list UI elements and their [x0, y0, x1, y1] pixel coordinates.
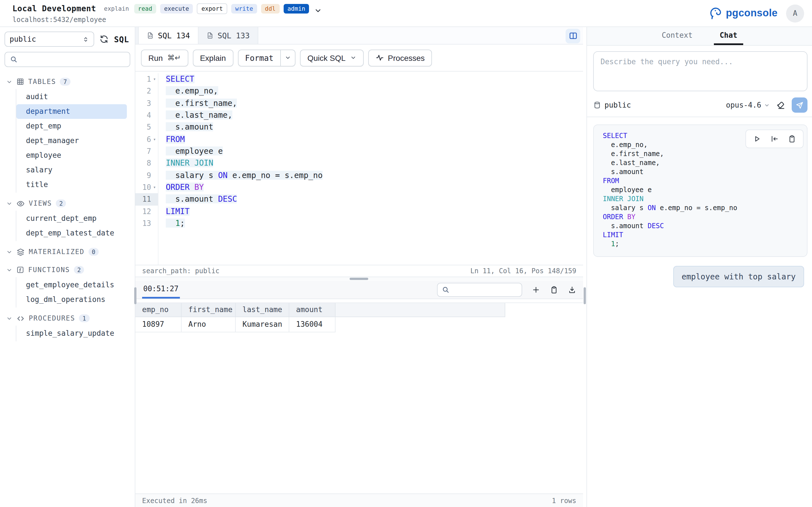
- permission-badge-ddl[interactable]: ddl: [261, 4, 280, 13]
- permission-badge-explain[interactable]: explain: [103, 4, 130, 13]
- permission-badge-execute[interactable]: execute: [160, 4, 193, 13]
- sidebar-item-dept_emp[interactable]: dept_emp: [16, 119, 127, 133]
- column-header-amount[interactable]: amount: [289, 303, 336, 317]
- results-splitter[interactable]: [135, 277, 583, 281]
- connection-subtitle: localhost:5432/employee: [12, 15, 322, 23]
- permission-badge-read[interactable]: read: [134, 4, 156, 13]
- editor-code[interactable]: SELECT e.emp_no, e.first_name, e.last_na…: [158, 73, 583, 265]
- sidebar: public SQL TABLES 7 au: [0, 27, 135, 507]
- add-result-tab-button[interactable]: [532, 285, 540, 294]
- permission-badge-export[interactable]: export: [197, 3, 227, 14]
- sidebar-item-employee[interactable]: employee: [16, 148, 127, 163]
- run-button[interactable]: Run ⌘↵: [141, 49, 188, 66]
- fold-caret-icon[interactable]: ▾: [151, 76, 158, 82]
- sidebar-item-dept_emp_latest_date[interactable]: dept_emp_latest_date: [16, 226, 127, 240]
- user-message-bubble: employee with top salary: [673, 266, 804, 287]
- sql-mode-label[interactable]: SQL: [114, 35, 130, 44]
- row-count: 1 rows: [552, 497, 576, 504]
- sql-line: s.amount: [166, 121, 583, 133]
- sidebar-item-current_dept_emp[interactable]: current_dept_emp: [16, 211, 127, 226]
- results-search-input[interactable]: [437, 283, 522, 297]
- refresh-icon[interactable]: [99, 34, 109, 44]
- run-sql-icon[interactable]: [753, 135, 761, 143]
- tree-section-header-tables[interactable]: TABLES 7: [4, 74, 135, 89]
- editor-tab-sql-133[interactable]: SQL 133: [199, 27, 258, 44]
- sidebar-item-simple_salary_update[interactable]: simple_salary_update: [16, 326, 127, 341]
- model-selector[interactable]: opus-4.6: [726, 101, 770, 109]
- column-header-first_name[interactable]: first_name: [182, 303, 236, 317]
- line-number: 2: [135, 86, 158, 98]
- tree-section-materialized: MATERIALIZED 0: [4, 244, 135, 259]
- sidebar-item-log_dml_operations[interactable]: log_dml_operations: [16, 292, 127, 307]
- chat-panel-splitter[interactable]: [583, 27, 587, 507]
- line-number: 12: [135, 205, 158, 217]
- section-label: PROCEDURES: [29, 314, 75, 322]
- explain-button[interactable]: Explain: [193, 49, 233, 66]
- tree-section-header-materialized[interactable]: MATERIALIZED 0: [4, 244, 135, 259]
- sidebar-item-salary[interactable]: salary: [16, 163, 127, 177]
- table-cell: Kumaresan: [236, 317, 289, 332]
- tree-section-header-procedures[interactable]: PROCEDURES 1: [4, 311, 135, 326]
- permission-badge-admin[interactable]: admin: [283, 4, 309, 13]
- splitter-drag-handle[interactable]: [350, 278, 368, 280]
- editor-gutter: 1▾23456▾78910▾111213: [135, 73, 158, 265]
- copy-sql-icon[interactable]: [788, 135, 796, 143]
- line-number: 13: [135, 217, 158, 230]
- results-timer-tab[interactable]: 00:51:27: [142, 281, 180, 298]
- download-results-icon[interactable]: [568, 285, 576, 294]
- sidebar-item-department[interactable]: department: [16, 104, 127, 119]
- section-count-badge: 0: [88, 248, 99, 256]
- splitter-drag-handle[interactable]: [583, 287, 586, 304]
- tab-context[interactable]: Context: [656, 27, 698, 45]
- tree-section-header-functions[interactable]: FUNCTIONS 2: [4, 263, 135, 277]
- chat-controls: public opus-4.6: [587, 94, 812, 117]
- connection-title: Local Development: [12, 4, 96, 13]
- format-button[interactable]: Format: [238, 49, 296, 66]
- chevron-down-icon[interactable]: [314, 7, 322, 15]
- table-cell: Arno: [182, 317, 236, 332]
- tree-section-header-views[interactable]: VIEWS 2: [4, 196, 135, 211]
- copy-results-icon[interactable]: [550, 285, 558, 294]
- sql-line: FROM: [166, 133, 583, 145]
- avatar[interactable]: A: [786, 4, 804, 22]
- sql-line: e.last_name,: [166, 109, 583, 121]
- clear-chat-icon[interactable]: [776, 100, 785, 110]
- section-label: TABLES: [28, 78, 56, 86]
- chat-input[interactable]: [593, 51, 808, 91]
- send-button[interactable]: [792, 98, 808, 113]
- tab-chat[interactable]: Chat: [714, 27, 743, 45]
- sidebar-item-title[interactable]: title: [16, 177, 127, 192]
- file-code-icon: [147, 32, 154, 40]
- sidebar-resize-handle[interactable]: [134, 287, 137, 304]
- sidebar-item-audit[interactable]: audit: [16, 90, 127, 104]
- editor-pane: SQL 134 SQL 133 Run ⌘↵ Explain Format: [135, 27, 583, 507]
- sidebar-item-get_employee_details[interactable]: get_employee_details: [16, 278, 127, 292]
- schema-tree: TABLES 7 auditdepartmentdept_empdept_man…: [4, 74, 135, 341]
- table-grid-icon: [16, 78, 24, 86]
- sql-line: 1;: [166, 217, 583, 230]
- column-header-emp_no[interactable]: emp_no: [135, 303, 182, 317]
- tree-section-functions: FUNCTIONS 2 get_employee_detailslog_dml_…: [4, 263, 135, 307]
- processes-button[interactable]: Processes: [368, 49, 432, 66]
- column-header-last_name[interactable]: last_name: [236, 303, 289, 317]
- insert-into-editor-icon[interactable]: [770, 135, 779, 143]
- split-editor-button[interactable]: [566, 29, 580, 43]
- sidebar-search-input[interactable]: [4, 52, 130, 67]
- permission-badges: explainreadexecuteexportwriteddladmin: [103, 3, 309, 14]
- chat-schema-selector[interactable]: public: [593, 101, 631, 109]
- chat-messages: SELECT e.emp_no, e.first_name, e.last_na…: [587, 117, 812, 507]
- line-number: 1▾: [135, 73, 158, 86]
- fold-caret-icon[interactable]: ▾: [151, 137, 158, 142]
- schema-select[interactable]: public: [4, 32, 94, 47]
- sidebar-item-dept_manager[interactable]: dept_manager: [16, 133, 127, 148]
- layers-icon: [16, 247, 25, 256]
- fold-caret-icon[interactable]: ▾: [151, 185, 158, 190]
- permission-badge-write[interactable]: write: [231, 4, 257, 13]
- tree-section-procedures: PROCEDURES 1 simple_salary_update: [4, 311, 135, 341]
- table-row[interactable]: 10897ArnoKumaresan136004: [135, 317, 583, 332]
- editor-tab-sql-134[interactable]: SQL 134: [139, 27, 199, 44]
- quick-sql-button[interactable]: Quick SQL: [300, 49, 363, 66]
- chevron-down-icon[interactable]: [280, 50, 295, 66]
- sql-editor[interactable]: 1▾23456▾78910▾111213 SELECT e.emp_no, e.…: [135, 71, 583, 265]
- chat-panel-tabs: ContextChat: [587, 27, 812, 46]
